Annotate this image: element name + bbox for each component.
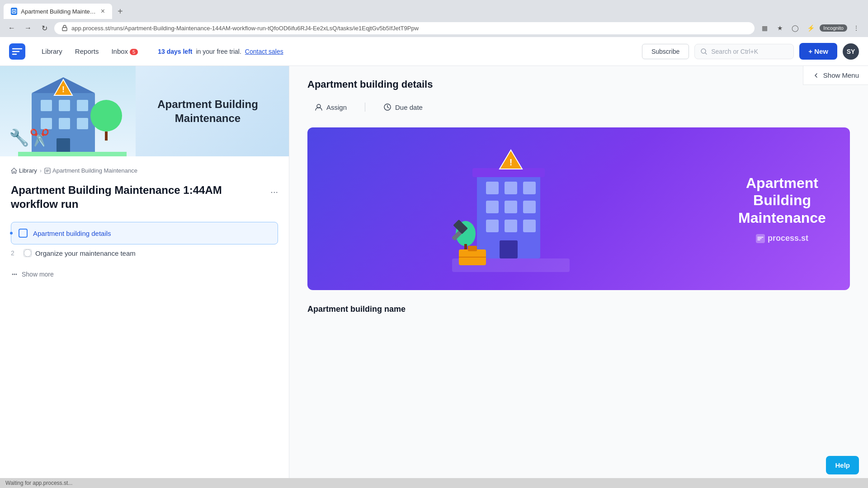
chevron-left-icon [812,72,820,79]
template-banner-title: Apartment Building Maintenance [723,174,841,226]
svg-rect-44 [468,246,477,251]
subscribe-button[interactable]: Subscribe [642,44,689,59]
tab-title: Apartment Building Maintenance [21,8,97,15]
right-content: Apartment building details Assign Due da… [289,66,868,327]
status-bar: Waiting for app.process.st... [0,478,868,488]
app-header: Library Reports Inbox5 13 days left in y… [0,37,868,66]
assign-button[interactable]: Assign [307,99,354,115]
incognito-badge: Incognito [820,24,847,32]
clock-icon [383,103,392,111]
field-label: Apartment building name [307,305,850,314]
task-2-icon [24,249,32,257]
reports-nav-link[interactable]: Reports [70,44,104,59]
search-box[interactable]: Search or Ctrl+K [694,44,794,59]
svg-point-20 [14,274,15,275]
trial-days: 13 days left [158,48,192,55]
task-label-1: Apartment building details [33,230,111,237]
lock-icon [61,25,68,31]
svg-rect-7 [77,100,88,111]
run-title: Apartment Building Maintenance 1:44AM wo… [11,183,278,211]
browser-tab[interactable]: Apartment Building Maintenance × [4,4,112,19]
svg-rect-34 [505,220,517,232]
show-menu-bar[interactable]: Show Menu [803,66,868,85]
svg-rect-29 [523,182,536,194]
contact-sales-link[interactable]: Contact sales [245,48,283,55]
home-icon [11,168,17,174]
svg-rect-0 [62,28,67,31]
svg-rect-36 [500,240,518,258]
forward-btn[interactable]: → [22,22,34,34]
new-tab-btn[interactable]: + [114,5,127,19]
task-item-1[interactable]: Apartment building details [11,222,278,244]
tab-favicon [11,8,17,15]
assign-label: Assign [326,103,347,111]
main-nav: Library Reports Inbox5 [36,44,143,59]
inbox-nav-link[interactable]: Inbox5 [106,44,143,59]
task-item-wrapper-2: 2 Organize your maintenance team [11,244,278,262]
show-menu-label: Show Menu [823,71,859,79]
task-num-2: 2 [11,249,20,257]
tools-icon: 🔧✂️ [9,128,50,147]
back-btn[interactable]: ← [5,22,18,34]
breadcrumb: Library › Apartment Building Maintenance [11,167,278,174]
person-icon [315,103,323,111]
show-more-label: Show more [22,271,54,278]
active-task-indicator [10,232,13,235]
due-date-label: Due date [395,103,423,111]
cast-btn[interactable]: ▦ [758,22,771,34]
svg-rect-16 [18,152,127,156]
panel-content: Library › Apartment Building Maintenance… [0,156,289,488]
logo[interactable] [9,43,25,60]
svg-point-14 [90,100,122,131]
svg-rect-6 [59,100,70,111]
tab-close-btn[interactable]: × [101,7,105,15]
banner-title-line2: Maintenance [157,111,258,125]
action-divider [365,103,365,112]
library-nav-link[interactable]: Library [36,44,68,59]
main-layout: ! 🔧✂️ Apartment Building Maintenance [0,66,868,488]
banner-title-line1: Apartment Building [157,97,258,111]
svg-rect-15 [105,131,108,141]
avatar[interactable]: SY [843,43,859,60]
svg-point-21 [16,274,17,275]
bookmark-btn[interactable]: ★ [774,22,786,34]
svg-rect-33 [486,220,499,232]
svg-rect-10 [77,118,88,129]
workflow-icon [44,168,51,174]
svg-point-19 [12,274,14,275]
breadcrumb-home-link[interactable]: Library [11,167,37,174]
extensions-btn[interactable]: ⚡ [804,22,817,34]
template-building-illustration: ! [452,145,570,272]
profile-btn[interactable]: ◯ [789,22,802,34]
svg-rect-28 [505,182,517,194]
svg-text:!: ! [509,157,513,167]
template-banner-left: ! [307,136,714,281]
svg-rect-30 [486,201,499,213]
left-panel: ! 🔧✂️ Apartment Building Maintenance [0,66,289,488]
url-bar[interactable]: app.process.st/runs/Apartment-Building-M… [54,22,755,34]
more-btn[interactable]: ⋮ [850,22,863,34]
task-label-2: Organize your maintenance team [35,249,136,257]
svg-text:!: ! [62,85,65,94]
refresh-btn[interactable]: ↻ [38,22,51,34]
status-text: Waiting for app.process.st... [5,480,72,486]
breadcrumb-current-text: Apartment Building Maintenance [52,167,137,174]
search-placeholder: Search or Ctrl+K [711,48,758,55]
more-options-btn[interactable]: ... [270,185,278,195]
svg-rect-5 [41,100,52,111]
trial-text: in your free trial. [196,48,241,55]
right-panel: Show Menu Apartment building details Ass… [289,66,868,488]
workflow-banner: ! 🔧✂️ Apartment Building Maintenance [0,66,289,156]
trial-banner: 13 days left in your free trial. Contact… [158,48,283,55]
template-banner: ! Apartment Buildi [307,127,850,290]
help-button[interactable]: Help [826,456,859,474]
svg-rect-8 [41,118,52,129]
new-button[interactable]: + New [799,43,837,60]
show-more-btn[interactable]: Show more [11,265,278,283]
header-actions: Subscribe Search or Ctrl+K + New SY [642,43,859,60]
show-more-icon [11,271,18,278]
due-date-button[interactable]: Due date [376,99,430,115]
task-checkbox-1[interactable] [19,229,28,238]
url-text: app.process.st/runs/Apartment-Building-M… [71,25,419,32]
svg-rect-27 [486,182,499,194]
